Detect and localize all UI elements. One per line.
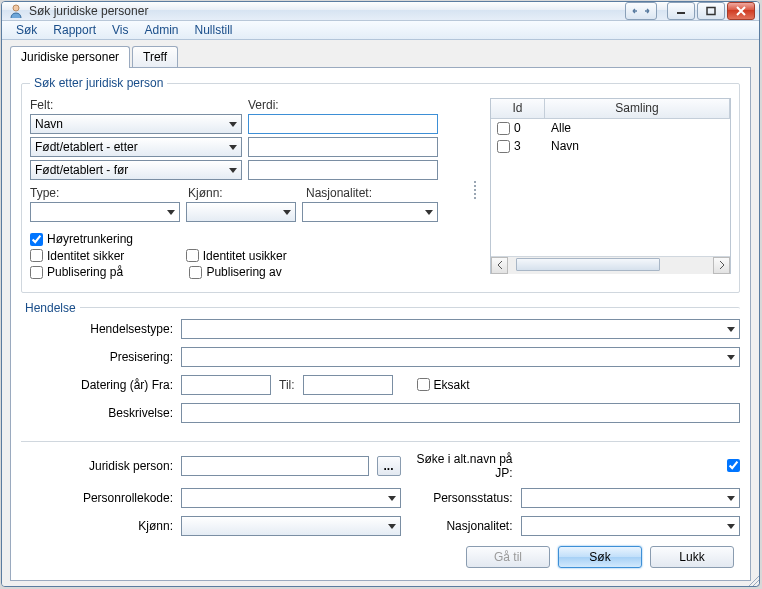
combo-kjonn-bottom[interactable]	[181, 516, 401, 536]
combo-nasjonalitet-top[interactable]	[302, 202, 438, 222]
menu-vis[interactable]: Vis	[104, 21, 136, 39]
combo-personrollekode[interactable]	[181, 488, 401, 508]
titlebar: Søk juridiske personer	[2, 2, 759, 21]
scroll-left-icon[interactable]	[491, 257, 508, 274]
combo-hendelsestype[interactable]	[181, 319, 740, 339]
gatil-button[interactable]: Gå til	[466, 546, 550, 568]
scroll-right-icon[interactable]	[713, 257, 730, 274]
input-verdi-3[interactable]	[248, 160, 438, 180]
group-sok-etter: Søk etter juridisk person Felt: Verdi: N…	[21, 76, 740, 293]
grid-col-samling[interactable]: Samling	[545, 99, 730, 118]
maximize-button[interactable]	[697, 2, 725, 20]
combo-type[interactable]	[30, 202, 180, 222]
combo-kjonn-top[interactable]	[186, 202, 296, 222]
combo-felt-2[interactable]: Født/etablert - etter	[30, 137, 242, 157]
browse-button[interactable]: ...	[377, 456, 401, 476]
checkbox-soke-altnavn[interactable]	[727, 459, 740, 472]
resize-grip-icon[interactable]	[746, 573, 760, 587]
checkbox-identitet-usikker[interactable]: Identitet usikker	[186, 249, 287, 263]
label-personsstatus: Personsstatus:	[401, 491, 521, 505]
label-soke-altnavn: Søke i alt.navn på JP:	[401, 452, 521, 480]
menubar: Søk Rapport Vis Admin Nullstill	[2, 21, 759, 40]
hendelse-legend: Hendelse	[21, 301, 80, 315]
grid-row[interactable]: 0 Alle	[491, 119, 730, 137]
label-presisering: Presisering:	[21, 350, 181, 364]
grid-row-checkbox[interactable]	[497, 122, 510, 135]
window: Søk juridiske personer Søk Rapport Vis A…	[1, 1, 760, 587]
label-personrollekode: Personrollekode:	[21, 491, 181, 505]
app-icon	[8, 3, 24, 19]
grid-samling: Id Samling 0 Alle 3 Navn	[490, 98, 731, 274]
label-kjonn: Kjønn:	[188, 186, 306, 200]
button-row: Gå til Søk Lukk	[21, 536, 740, 572]
label-type: Type:	[30, 186, 188, 200]
input-verdi-1[interactable]	[248, 114, 438, 134]
checkbox-hoyretrunkering[interactable]: Høyretrunkering	[30, 232, 133, 246]
svg-point-0	[13, 5, 19, 11]
checkbox-publisering-pa[interactable]: Publisering på	[30, 265, 123, 279]
checkbox-eksakt[interactable]: Eksakt	[417, 378, 470, 392]
label-felt: Felt:	[30, 98, 242, 112]
grid-row-checkbox[interactable]	[497, 140, 510, 153]
minimize-button[interactable]	[667, 2, 695, 20]
input-datering-fra[interactable]	[181, 375, 271, 395]
input-verdi-2[interactable]	[248, 137, 438, 157]
label-kjonn-bottom: Kjønn:	[21, 519, 181, 533]
svg-rect-2	[707, 8, 715, 15]
window-title: Søk juridiske personer	[29, 4, 148, 18]
label-nasjonalitet: Nasjonalitet:	[306, 186, 372, 200]
menu-rapport[interactable]: Rapport	[45, 21, 104, 39]
tab-treff[interactable]: Treff	[132, 46, 178, 68]
menu-admin[interactable]: Admin	[137, 21, 187, 39]
combo-felt-1[interactable]: Navn	[30, 114, 242, 134]
label-til: Til:	[279, 378, 295, 392]
label-juridisk-person: Juridisk person:	[21, 459, 181, 473]
splitter-grip[interactable]	[472, 98, 478, 282]
client-area: Juridiske personer Treff Søk etter jurid…	[2, 40, 759, 587]
input-beskrivelse[interactable]	[181, 403, 740, 423]
combo-felt-3[interactable]: Født/etablert - før	[30, 160, 242, 180]
grid-row[interactable]: 3 Navn	[491, 137, 730, 155]
tab-juridiske-personer[interactable]: Juridiske personer	[10, 46, 130, 68]
input-juridisk-person[interactable]	[181, 456, 369, 476]
label-verdi: Verdi:	[248, 98, 279, 112]
combo-presisering[interactable]	[181, 347, 740, 367]
input-datering-til[interactable]	[303, 375, 393, 395]
menu-sok[interactable]: Søk	[8, 21, 45, 39]
combo-personsstatus[interactable]	[521, 488, 741, 508]
tabstrip: Juridiske personer Treff	[10, 46, 751, 68]
combo-nasjonalitet-bottom[interactable]	[521, 516, 741, 536]
label-datering-fra: Datering (år) Fra:	[21, 378, 181, 392]
group-legend: Søk etter juridisk person	[30, 76, 167, 90]
checkbox-publisering-av[interactable]: Publisering av	[189, 265, 281, 279]
lukk-button[interactable]: Lukk	[650, 546, 734, 568]
checkbox-identitet-sikker[interactable]: Identitet sikker	[30, 249, 124, 263]
menu-nullstill[interactable]: Nullstill	[187, 21, 241, 39]
sok-button[interactable]: Søk	[558, 546, 642, 568]
close-button[interactable]	[727, 2, 755, 20]
label-hendelsestype: Hendelsestype:	[21, 322, 181, 336]
nav-back-forward-button[interactable]	[625, 2, 657, 20]
tab-panel: Søk etter juridisk person Felt: Verdi: N…	[10, 67, 751, 581]
label-beskrivelse: Beskrivelse:	[21, 406, 181, 420]
svg-line-5	[757, 584, 759, 586]
grid-hscrollbar[interactable]	[491, 256, 730, 273]
label-nasjonalitet-bottom: Nasjonalitet:	[401, 519, 521, 533]
group-hendelse: Hendelse Hendelsestype: Presisering: Dat…	[21, 301, 740, 431]
grid-col-id[interactable]: Id	[491, 99, 545, 118]
